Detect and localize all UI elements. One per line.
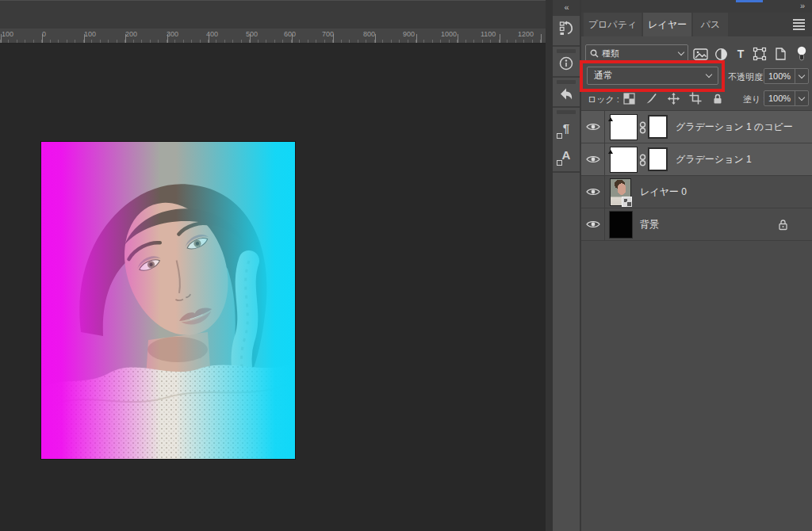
dock-tile-history[interactable]	[553, 16, 580, 45]
copied-layer-badge-icon	[622, 197, 632, 207]
panel-expand-button[interactable]: »	[800, 1, 804, 10]
ruler-tick-label: 600	[284, 30, 296, 38]
type-layer-filter-icon[interactable]: T	[733, 46, 749, 62]
visibility-toggle[interactable]	[581, 208, 605, 240]
chevron-down-icon	[799, 94, 805, 100]
dock-empty-area	[553, 173, 580, 531]
lock-all-icon[interactable]	[710, 90, 726, 106]
ruler-tick-label: 100	[84, 30, 96, 38]
ruler-tick-label: 0	[42, 30, 46, 38]
background-lock-icon	[778, 219, 788, 234]
canvas-workspace[interactable]	[0, 44, 546, 531]
info-icon	[553, 53, 580, 74]
gradient-fill-thumbnail[interactable]	[610, 147, 638, 173]
ruler-tick-label: 1100	[481, 30, 496, 38]
fill-value-box[interactable]: 100%	[764, 90, 809, 106]
ruler-tick-label: 100	[2, 30, 13, 38]
lock-label: ロック :	[588, 94, 619, 105]
layer-name[interactable]: グラデーション 1	[676, 143, 752, 176]
shape-layer-filter-icon[interactable]	[752, 46, 768, 62]
layer-name[interactable]: 背景	[640, 208, 659, 241]
panel-header-band: »	[581, 0, 812, 13]
layer-row-gradient-copy[interactable]: グラデーション 1 のコピー	[581, 111, 812, 143]
horizontal-ruler[interactable]: 100 0 100 200 300 400 500 600 700 800 90…	[0, 29, 546, 44]
opacity-value: 100%	[764, 69, 795, 83]
layer-row-gradient[interactable]: グラデーション 1	[581, 143, 812, 176]
gradient-overlay	[41, 142, 295, 459]
fill-value: 100%	[764, 91, 795, 105]
layers-list: グラデーション 1 のコピー	[581, 111, 812, 241]
visibility-toggle[interactable]	[581, 176, 605, 208]
blend-mode-value: 通常	[594, 69, 707, 82]
blend-mode-dropdown[interactable]: 通常	[587, 67, 718, 85]
lock-position-icon[interactable]	[665, 90, 681, 106]
mask-link-icon[interactable]	[639, 121, 646, 137]
panel-tab-bar: プロパティ レイヤー パス	[581, 13, 812, 36]
kind-filter-label: 種類	[602, 48, 679, 59]
background-layer-thumbnail[interactable]	[609, 211, 633, 239]
history-icon	[553, 16, 580, 40]
opacity-label: 不透明度 :	[728, 71, 768, 83]
document-canvas[interactable]	[41, 142, 295, 459]
character-mini-square	[557, 160, 562, 166]
lock-image-pixels-icon[interactable]	[643, 90, 659, 106]
layer-filter-kind-dropdown[interactable]: 種類	[585, 44, 688, 62]
ruler-tick-label: 900	[403, 30, 415, 38]
layers-panel-body: 種類 T	[581, 36, 812, 531]
collapsed-panel-dock: «	[553, 0, 581, 531]
layers-panel: » プロパティ レイヤー パス 種類	[581, 0, 812, 531]
lock-artboard-icon[interactable]	[688, 90, 703, 106]
ruler-tick-label: 300	[167, 30, 178, 38]
layer-row-layer0[interactable]: レイヤー 0	[581, 176, 812, 208]
smart-object-filter-icon[interactable]	[772, 46, 788, 62]
eye-icon	[586, 122, 600, 132]
fill-label: 塗り :	[743, 94, 765, 105]
eye-icon	[586, 155, 600, 164]
mask-link-icon[interactable]	[639, 154, 646, 170]
search-icon	[590, 49, 599, 58]
panel-menu-icon[interactable]	[793, 19, 805, 30]
opacity-chevron[interactable]	[795, 69, 808, 83]
gradient-fill-thumbnail[interactable]	[610, 114, 638, 140]
ruler-tick-label: 500	[246, 30, 258, 38]
ruler-tick-label: 800	[363, 30, 375, 38]
dock-collapse-button[interactable]: «	[553, 2, 580, 13]
photo-layer-thumbnail[interactable]	[610, 178, 631, 206]
layer-name[interactable]: グラデーション 1 のコピー	[676, 111, 793, 143]
tab-layers[interactable]: レイヤー	[643, 13, 691, 36]
visibility-toggle[interactable]	[581, 111, 605, 143]
paragraph-icon: ¶	[553, 114, 580, 141]
pane-divider[interactable]	[546, 0, 553, 531]
options-bar	[0, 0, 546, 29]
chevron-down-icon	[678, 48, 684, 55]
layer-name[interactable]: レイヤー 0	[640, 176, 687, 208]
ruler-tick-label: 700	[322, 30, 334, 38]
adjustment-layer-filter-icon[interactable]	[713, 46, 729, 62]
undo-arrow-icon	[553, 84, 580, 104]
lock-transparent-pixels-icon[interactable]	[621, 90, 637, 106]
layer-mask-thumbnail[interactable]	[648, 115, 668, 139]
opacity-value-box[interactable]: 100%	[764, 68, 809, 84]
tab-properties[interactable]: プロパティ	[584, 13, 642, 36]
visibility-toggle[interactable]	[581, 143, 605, 175]
dock-tile-info[interactable]	[553, 47, 580, 76]
ruler-tick-label: 1000	[441, 30, 457, 38]
dock-tile-snapshot[interactable]	[553, 78, 580, 106]
chevron-down-icon	[799, 71, 805, 78]
paragraph-mini-square	[557, 133, 562, 139]
photoshop-window: 100 0 100 200 300 400 500 600 700 800 90…	[0, 0, 812, 531]
ruler-tick-label: 200	[125, 30, 137, 38]
canvas-pane: 100 0 100 200 300 400 500 600 700 800 90…	[0, 0, 546, 531]
character-icon: A	[553, 141, 580, 168]
filtering-toggle-icon[interactable]	[794, 46, 810, 62]
fill-chevron[interactable]	[795, 91, 808, 105]
chevron-down-icon	[706, 71, 712, 78]
dock-tile-type[interactable]: ¶ A	[553, 108, 580, 171]
tab-paths[interactable]: パス	[693, 13, 728, 36]
layer-row-background[interactable]: 背景	[581, 208, 812, 241]
pixel-layer-filter-icon[interactable]	[692, 46, 708, 62]
blue-accent-bar	[736, 0, 763, 2]
layer-mask-thumbnail[interactable]	[648, 147, 668, 171]
eye-icon	[586, 220, 600, 229]
lock-buttons	[621, 90, 726, 106]
